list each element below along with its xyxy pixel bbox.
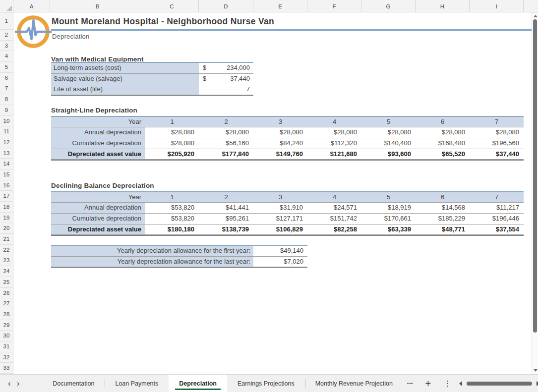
row-header[interactable]: 12	[0, 137, 13, 148]
row-header[interactable]: 17	[0, 191, 13, 202]
currency-symbol: $	[203, 74, 206, 84]
allowance-label: Yearly depreciation allowance for the la…	[51, 257, 253, 267]
vertical-scrollbar[interactable]	[532, 12, 538, 374]
depreciation-value-cell: $28,080	[145, 138, 199, 149]
row-header[interactable]: 31	[0, 341, 13, 352]
row-header[interactable]: 20	[0, 223, 13, 234]
asset-table-row[interactable]: Salvage value (salvage) $ 37,440	[51, 74, 253, 85]
column-header[interactable]: F	[307, 0, 361, 12]
spreadsheet-app: ABCDEFGHI 123456789101112131415161718192…	[0, 0, 538, 392]
horizontal-scrollbar-thumb[interactable]	[467, 382, 532, 386]
horizontal-scrollbar[interactable]	[459, 381, 538, 386]
row-header[interactable]: 28	[0, 309, 13, 320]
row-header[interactable]: 11	[0, 126, 13, 137]
column-header[interactable]: A	[13, 0, 50, 12]
column-header[interactable]: C	[145, 0, 199, 12]
asset-table-row[interactable]: Long-term assets (cost) $ 234,000	[51, 63, 253, 74]
depreciation-value-cell: $31,910	[253, 203, 307, 213]
scroll-left-icon[interactable]	[459, 381, 462, 386]
row-header[interactable]: 3	[0, 41, 13, 52]
prev-sheet-button[interactable]: ‹	[8, 379, 11, 389]
column-header[interactable]: G	[361, 0, 416, 12]
sheet-tab[interactable]: Depreciation	[169, 375, 227, 392]
depreciation-row[interactable]: Cumulative depreciation $53,820$95,261$1…	[51, 214, 524, 224]
year-header-row[interactable]: Year 1234567	[51, 192, 524, 203]
scroll-down-icon[interactable]	[534, 369, 538, 372]
row-header[interactable]: 10	[0, 116, 13, 127]
straight-line-table: Year 1234567 Annual depreciation $28,080…	[51, 116, 524, 161]
row-header[interactable]: 8	[0, 94, 13, 105]
column-header[interactable]: B	[50, 0, 145, 12]
row-header[interactable]: 9	[0, 105, 13, 116]
depreciation-row-label: Depreciated asset value	[51, 224, 145, 235]
depreciation-row[interactable]: Depreciated asset value $205,920$177,840…	[51, 149, 524, 160]
next-sheet-button[interactable]: ›	[17, 379, 20, 389]
asset-row-label: Salvage value (salvage)	[51, 74, 199, 84]
depreciation-row-label: Annual depreciation	[51, 127, 145, 138]
sheet-tabs: DocumentationLoan PaymentsDepreciationEa…	[42, 375, 403, 392]
asset-row-value: $ 234,000	[199, 63, 253, 73]
row-header[interactable]: 14	[0, 159, 13, 169]
row-header[interactable]: 16	[0, 180, 13, 191]
row-header[interactable]: 19	[0, 213, 13, 224]
row-header[interactable]: 22	[0, 245, 13, 256]
tab-overflow-icon[interactable]: •••	[407, 381, 413, 386]
row-header[interactable]: 26	[0, 288, 13, 299]
depreciation-value-cell: $28,080	[416, 127, 470, 138]
asset-table-row[interactable]: Life of asset (life) 7	[51, 84, 253, 95]
depreciation-row[interactable]: Annual depreciation $28,080$28,080$28,08…	[51, 127, 524, 138]
sheet-tab[interactable]: Loan Payments	[105, 375, 169, 392]
depreciation-row[interactable]: Annual depreciation $53,820$41,441$31,91…	[51, 203, 524, 214]
sheet-tab[interactable]: Documentation	[42, 375, 105, 392]
row-header[interactable]: 6	[0, 73, 13, 84]
column-header[interactable]: E	[253, 0, 307, 12]
row-header[interactable]: 4	[0, 51, 13, 62]
depreciation-value-cell: $28,080	[361, 127, 416, 138]
sheet-menu-icon[interactable]: ⋮	[444, 379, 451, 388]
depreciation-row-label: Cumulative depreciation	[51, 214, 145, 224]
row-header[interactable]: 1	[0, 12, 13, 30]
year-number-cell: 6	[416, 192, 470, 203]
column-header-filler	[524, 0, 538, 12]
row-header[interactable]: 13	[0, 148, 13, 159]
vertical-scrollbar-thumb[interactable]	[533, 19, 537, 333]
sheet-tab[interactable]: Earnings Projections	[227, 375, 305, 392]
row-header[interactable]: 24	[0, 266, 13, 277]
year-number-cell: 1	[145, 117, 199, 127]
row-header[interactable]: 25	[0, 277, 13, 288]
row-header[interactable]: 21	[0, 234, 13, 245]
year-number-cell: 1	[145, 192, 199, 203]
row-header[interactable]: 32	[0, 352, 13, 363]
allowance-row[interactable]: Yearly depreciation allowance for the la…	[51, 257, 307, 268]
depreciation-row[interactable]: Depreciated asset value $180,180$138,739…	[51, 224, 524, 235]
sheet-tab[interactable]: Monthly Revenue Projection	[305, 375, 403, 392]
row-header[interactable]: 27	[0, 298, 13, 309]
year-number-cell: 5	[361, 117, 416, 127]
select-all-corner[interactable]	[0, 0, 13, 12]
row-header[interactable]: 29	[0, 320, 13, 331]
depreciation-value-cell: $151,742	[307, 214, 361, 224]
declining-balance-table: Year 1234567 Annual depreciation $53,820…	[51, 191, 524, 236]
row-header[interactable]: 33	[0, 363, 13, 374]
depreciation-value-cell: $28,080	[307, 127, 361, 138]
row-header[interactable]: 5	[0, 62, 13, 73]
row-header[interactable]: 23	[0, 255, 13, 266]
row-header[interactable]: 30	[0, 331, 13, 341]
row-header[interactable]: 15	[0, 169, 13, 180]
row-header[interactable]: 7	[0, 83, 13, 94]
column-header[interactable]: I	[470, 0, 524, 12]
asset-row-value: 7	[199, 84, 253, 95]
row-header[interactable]: 18	[0, 202, 13, 213]
allowance-row[interactable]: Yearly depreciation allowance for the fi…	[51, 246, 307, 257]
add-sheet-button[interactable]: +	[425, 379, 431, 389]
year-header-row[interactable]: Year 1234567	[51, 117, 524, 128]
depreciation-value-cell: $56,160	[199, 138, 253, 149]
year-number-cell: 3	[253, 192, 307, 203]
row-header[interactable]: 2	[0, 30, 13, 41]
depreciation-row[interactable]: Cumulative depreciation $28,080$56,160$8…	[51, 138, 524, 149]
column-header[interactable]: D	[199, 0, 253, 12]
scroll-up-icon[interactable]	[534, 15, 538, 17]
column-header[interactable]: H	[416, 0, 470, 12]
depreciation-value-cell: $24,571	[307, 203, 361, 213]
depreciation-value-cell: $106,829	[253, 224, 307, 235]
